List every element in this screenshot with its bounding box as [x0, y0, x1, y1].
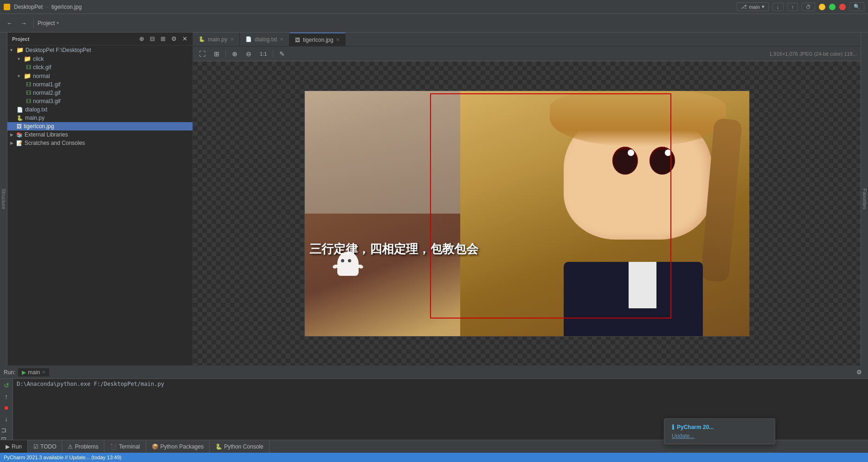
- settings-button[interactable]: ⚙: [169, 34, 179, 43]
- normal2-gif-label: normal2.gif: [33, 90, 60, 96]
- tab-tiger-icon-jpg-close[interactable]: ✕: [336, 37, 340, 42]
- search-everywhere-button[interactable]: 🔍: [849, 2, 864, 11]
- todo-icon: ☑: [33, 443, 39, 450]
- close-button[interactable]: [839, 4, 846, 10]
- ext-lib-icon: 📚: [16, 132, 23, 138]
- todo-tab-text: TODO: [40, 443, 56, 450]
- click-folder-label: click: [33, 56, 44, 62]
- branch-button[interactable]: ⎇ main ▾: [737, 2, 769, 11]
- scroll-up-button[interactable]: ↑: [4, 392, 9, 401]
- normal1-gif-item[interactable]: 🎞 normal1.gif: [7, 80, 193, 89]
- tab-terminal[interactable]: ⬛ Terminal: [104, 440, 146, 453]
- txt-icon: 📄: [17, 107, 23, 113]
- separator2: [273, 50, 273, 58]
- scroll-down-button[interactable]: ↓: [4, 414, 9, 423]
- py-icon: 🐍: [17, 115, 23, 121]
- run-toolbar: Run: ▶ main ✕ ⚙: [0, 366, 868, 379]
- python-packages-tab-text: Python Packages: [161, 443, 204, 450]
- minimize-button[interactable]: [819, 4, 825, 10]
- tab-dialog-txt-label: dialog.txt: [255, 36, 277, 43]
- run-icon: ▶: [6, 443, 10, 450]
- tab-bar: 🐍 main.py ✕ 📄 dialog.txt ✕ 🖼 tigerIcon.j…: [193, 33, 861, 46]
- maximize-button[interactable]: [829, 4, 836, 10]
- normal-folder-icon: 📁: [24, 72, 31, 79]
- main-py-item[interactable]: 🐍 main.py: [7, 114, 193, 122]
- root-folder-icon: 📁: [16, 46, 24, 53]
- tab-todo[interactable]: ☑ TODO: [28, 440, 62, 453]
- vcs-update-button[interactable]: ↓: [772, 3, 784, 11]
- zoom-out-button[interactable]: ⊖: [244, 49, 254, 59]
- tab-dialog-txt-close[interactable]: ✕: [280, 37, 283, 42]
- close-sidebar-button[interactable]: ✕: [180, 34, 190, 43]
- app-title: DesktopPet – tigerIcon.jpg: [14, 4, 82, 10]
- soft-wrap-button[interactable]: ⊐: [0, 425, 7, 435]
- normal2-gif-item[interactable]: 🎞 normal2.gif: [7, 89, 193, 97]
- terminal-tab-text: Terminal: [119, 443, 140, 450]
- tab-dialog-txt-icon: 📄: [245, 36, 252, 42]
- history-button[interactable]: ⏱: [802, 3, 815, 11]
- zoom-reset-button[interactable]: 1:1: [257, 50, 269, 58]
- click-folder[interactable]: ▼ 📁 click: [7, 54, 193, 63]
- tab-python-packages[interactable]: 📦 Python Packages: [146, 440, 210, 453]
- tab-dialog-txt[interactable]: 📄 dialog.txt ✕: [240, 33, 289, 46]
- terminal-icon: ⬛: [110, 443, 117, 450]
- notif-title: ℹ PyCharm 20...: [672, 423, 767, 431]
- actual-size-button[interactable]: ⊞: [212, 49, 222, 59]
- tab-main-py-close[interactable]: ✕: [230, 37, 234, 42]
- scratches-consoles-header[interactable]: ▶ 📝 Scratches and Consoles: [7, 139, 193, 147]
- scratches-consoles-label: Scratches and Consoles: [25, 140, 85, 146]
- locate-button[interactable]: ⊕: [137, 34, 147, 43]
- vcs-push-button[interactable]: ↑: [787, 3, 798, 11]
- tiger-icon-jpg-item[interactable]: 🖼 tigerIcon.jpg: [7, 122, 193, 130]
- zoom-in-button[interactable]: ⊕: [230, 49, 240, 59]
- image-viewer[interactable]: 三行定律，四相定理，包教包会: [193, 61, 861, 365]
- structure-panel[interactable]: Structure: [0, 33, 7, 365]
- image-display: 三行定律，四相定理，包教包会: [304, 91, 750, 337]
- gif-icon: 🎞: [26, 65, 31, 70]
- tiger-icon-jpg-label: tigerIcon.jpg: [24, 123, 54, 130]
- favorites-panel[interactable]: Favorites: [861, 33, 868, 365]
- run-tab-close[interactable]: ✕: [42, 370, 45, 375]
- titlebar: DesktopPet – tigerIcon.jpg ⎇ main ▾ ↓ ↑ …: [0, 0, 868, 14]
- editor-area: 🐍 main.py ✕ 📄 dialog.txt ✕ 🖼 tigerIcon.j…: [193, 33, 861, 365]
- image-info: 1,916×1,076 JPEG (24-bit color) 118...: [769, 51, 857, 57]
- collapse-all-button[interactable]: ⊟: [148, 34, 157, 43]
- click-gif-label: click.gif: [33, 64, 51, 71]
- navigate-back-button[interactable]: ←: [4, 18, 16, 29]
- main-py-label: main.py: [25, 115, 45, 121]
- tab-problems[interactable]: ⚠ Problems: [62, 440, 104, 453]
- dialog-txt-item[interactable]: 📄 dialog.txt: [7, 105, 193, 114]
- run-tab-text: Run: [12, 443, 22, 450]
- project-dropdown-icon: ▾: [57, 20, 59, 26]
- click-folder-icon: 📁: [24, 55, 31, 62]
- external-libraries-header[interactable]: ▶ 📚 External Libraries: [7, 130, 193, 139]
- app-icon: [4, 4, 10, 10]
- tab-python-console[interactable]: 🐍 Python Console: [210, 440, 270, 453]
- notif-link[interactable]: Update...: [672, 433, 767, 439]
- problems-icon: ⚠: [68, 443, 73, 450]
- click-gif-item[interactable]: 🎞 click.gif: [7, 63, 193, 72]
- root-folder[interactable]: ▼ 📁 DesktopPet F:\DesktopPet: [7, 46, 193, 54]
- stop-button[interactable]: ■: [3, 403, 9, 412]
- python-console-tab-text: Python Console: [224, 443, 264, 450]
- main-toolbar: ← → Project ▾: [0, 14, 868, 33]
- navigate-forward-button[interactable]: →: [18, 18, 30, 29]
- python-console-icon: 🐍: [215, 443, 222, 450]
- tab-main-py[interactable]: 🐍 main.py ✕: [193, 33, 240, 46]
- project-label[interactable]: Project: [38, 20, 55, 26]
- separator: [225, 50, 226, 58]
- run-label: Run:: [4, 369, 15, 376]
- run-settings-button[interactable]: ⚙: [854, 368, 864, 377]
- rerun-button[interactable]: ↺: [3, 381, 10, 390]
- titlebar-right: ⎇ main ▾ ↓ ↑ ⏱ 🔍: [737, 2, 864, 11]
- notification-popup: ℹ PyCharm 20... Update...: [664, 418, 775, 444]
- expand-all-button[interactable]: ⊞: [158, 34, 168, 43]
- normal-folder[interactable]: ▼ 📁 normal: [7, 72, 193, 80]
- fit-window-button[interactable]: ⛶: [197, 49, 208, 59]
- run-tab-main[interactable]: ▶ main ✕: [18, 368, 49, 377]
- edit-externally-button[interactable]: ✎: [277, 49, 287, 59]
- tab-tiger-icon-jpg[interactable]: 🖼 tigerIcon.jpg ✕: [289, 33, 346, 46]
- clear-button[interactable]: ⊡: [0, 435, 7, 440]
- normal3-gif-item[interactable]: 🎞 normal3.gif: [7, 97, 193, 105]
- tab-run[interactable]: ▶ Run: [0, 440, 28, 453]
